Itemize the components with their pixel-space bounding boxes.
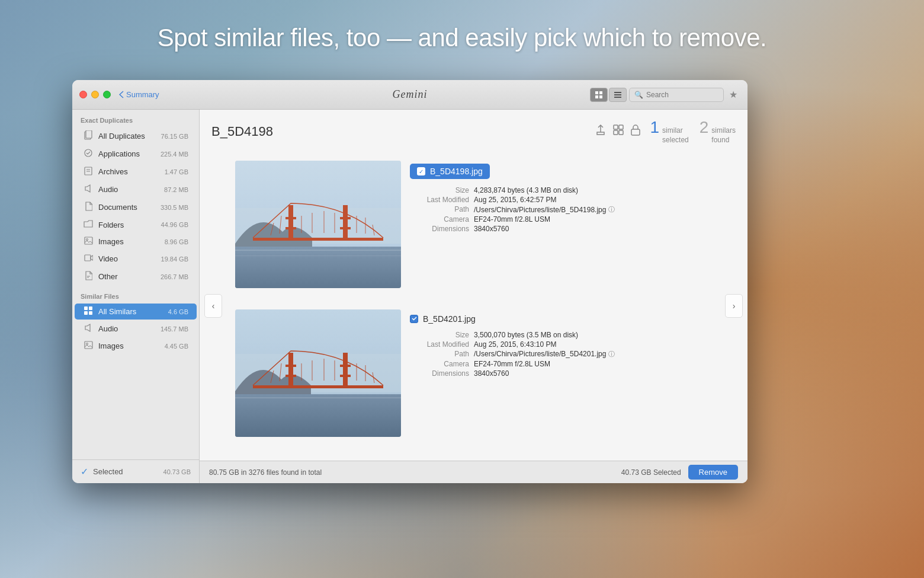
detail-title: B_5D4198 [211, 124, 273, 139]
sidebar-item-documents[interactable]: Documents 330.5 MB [75, 199, 197, 216]
svg-rect-5 [614, 94, 621, 95]
checkbox-2[interactable] [410, 315, 418, 323]
svg-rect-34 [285, 217, 296, 219]
main-content: Exact Duplicates All Duplicates 76.15 GB… [72, 110, 747, 483]
back-button[interactable]: Summary [119, 90, 159, 99]
sidebar-item-images[interactable]: Images 8.96 GB [75, 234, 197, 250]
svg-rect-54 [288, 353, 293, 388]
sidebar-item-size: 87.2 MB [164, 186, 188, 193]
search-input[interactable] [646, 91, 718, 99]
sidebar-item-folders[interactable]: Folders 44.96 GB [75, 217, 197, 232]
file-thumbnail-1 [235, 161, 401, 288]
sidebar-item-label: Video [98, 254, 156, 263]
sidebar-item-label: Audio [98, 185, 159, 194]
svg-rect-48 [235, 250, 401, 251]
svg-rect-26 [614, 130, 618, 135]
svg-rect-53 [253, 385, 383, 388]
prev-button[interactable]: ‹ [204, 294, 222, 318]
titlebar: Summary Gemini 🔍 ★ [72, 80, 747, 110]
file-thumbnail-2 [235, 309, 401, 437]
sidebar-item-size: 8.96 GB [165, 238, 188, 245]
file-info-1: B_5D4198.jpg Size 4,283,874 bytes (4.3 M… [410, 161, 712, 233]
documents-icon [83, 202, 94, 213]
archives-icon [83, 166, 94, 177]
minimize-button[interactable] [91, 91, 99, 98]
exact-duplicates-title: Exact Duplicates [72, 110, 199, 127]
sidebar-item-label: Audio [98, 324, 156, 333]
file-meta-1: Size 4,283,874 bytes (4.3 MB on disk) La… [410, 186, 712, 233]
svg-rect-18 [84, 306, 88, 310]
file-row-2: B_5D4201.jpg Size 3,500,070 bytes (3.5 M… [229, 302, 718, 444]
maximize-button[interactable] [103, 91, 111, 98]
sidebar-item-size: 4.45 GB [165, 343, 188, 350]
file-name-2: B_5D4201.jpg [423, 314, 476, 324]
file-name-bar-2[interactable]: B_5D4201.jpg [410, 314, 476, 324]
sidebar-item-size: 19.84 GB [161, 256, 188, 263]
back-label: Summary [126, 90, 159, 99]
path-reveal-icon-1[interactable]: ⓘ [608, 205, 615, 214]
sidebar-item-size: 44.96 GB [161, 221, 188, 228]
sidebar-item-label: Folders [98, 221, 156, 229]
images-similar-icon [83, 341, 94, 351]
grid-action-icon[interactable] [612, 124, 624, 139]
file-path-2: /Users/Chirva/Pictures/liste/B_5D4201.jp… [474, 350, 606, 358]
search-box: 🔍 [629, 88, 724, 102]
remove-button[interactable]: Remove [688, 465, 738, 480]
sidebar-item-applications[interactable]: Applications 225.4 MB [75, 146, 197, 162]
list-view-button[interactable] [609, 88, 627, 102]
applications-icon [83, 149, 94, 159]
svg-rect-56 [285, 375, 296, 377]
sidebar: Exact Duplicates All Duplicates 76.15 GB… [72, 110, 200, 483]
svg-point-23 [86, 343, 88, 345]
svg-rect-58 [340, 365, 351, 367]
file-name-bar-1[interactable]: B_5D4198.jpg [410, 164, 490, 179]
statusbar-right: 40.73 GB Selected Remove [621, 465, 738, 480]
similar-files-title: Similar Files [72, 286, 199, 303]
sidebar-item-all-similars[interactable]: All Similars 4.6 GB [75, 304, 197, 320]
similars-found-text: similars found [711, 126, 736, 145]
sidebar-footer: ✓ Selected 40.73 GB [72, 459, 199, 483]
similar-selected-text: similar selected [662, 126, 689, 145]
checkbox-1[interactable] [417, 167, 425, 175]
svg-rect-31 [235, 247, 401, 288]
images-icon [83, 237, 94, 247]
bookmark-button[interactable]: ★ [726, 88, 740, 102]
page-headline: Spot similar files, too — and easily pic… [0, 24, 924, 52]
app-title: Gemini [393, 88, 428, 101]
sidebar-item-other[interactable]: Other 266.7 MB [75, 268, 197, 285]
traffic-lights [79, 91, 111, 98]
path-reveal-icon-2[interactable]: ⓘ [608, 350, 615, 359]
sidebar-item-audio[interactable]: Audio 87.2 MB [75, 181, 197, 197]
search-icon: 🔍 [634, 91, 643, 99]
sidebar-item-archives[interactable]: Archives 1.47 GB [75, 163, 197, 180]
svg-rect-52 [235, 394, 401, 437]
svg-point-14 [86, 239, 88, 241]
svg-rect-36 [343, 205, 348, 241]
svg-rect-20 [84, 311, 88, 315]
share-icon[interactable] [595, 124, 607, 139]
sidebar-item-video[interactable]: Video 19.84 GB [75, 251, 197, 267]
file-name-1: B_5D4198.jpg [430, 167, 483, 176]
next-button[interactable]: › [725, 294, 743, 318]
all-similars-icon [83, 306, 94, 317]
sidebar-item-audio-similar[interactable]: Audio 145.7 MB [75, 321, 197, 337]
total-info: 80.75 GB in 3276 files found in total [209, 468, 322, 477]
svg-rect-21 [89, 311, 92, 315]
sidebar-item-all-duplicates[interactable]: All Duplicates 76.15 GB [75, 127, 197, 145]
lock-icon[interactable] [630, 124, 641, 139]
similar-selected-num: 1 [650, 118, 659, 137]
svg-rect-33 [288, 205, 293, 241]
svg-rect-22 [85, 341, 92, 349]
sidebar-item-label: All Duplicates [98, 132, 156, 140]
svg-rect-3 [599, 95, 602, 98]
sidebar-item-size: 266.7 MB [161, 273, 188, 280]
svg-rect-49 [235, 256, 401, 256]
titlebar-right: 🔍 ★ [590, 88, 740, 102]
sidebar-item-images-similar[interactable]: Images 4.45 GB [75, 338, 197, 354]
close-button[interactable] [79, 91, 87, 98]
app-window: Summary Gemini 🔍 ★ Exact Duplica [72, 80, 747, 483]
other-icon [83, 271, 94, 282]
grid-view-button[interactable] [590, 88, 608, 102]
svg-rect-0 [595, 91, 598, 94]
audio-similar-icon [83, 324, 94, 334]
